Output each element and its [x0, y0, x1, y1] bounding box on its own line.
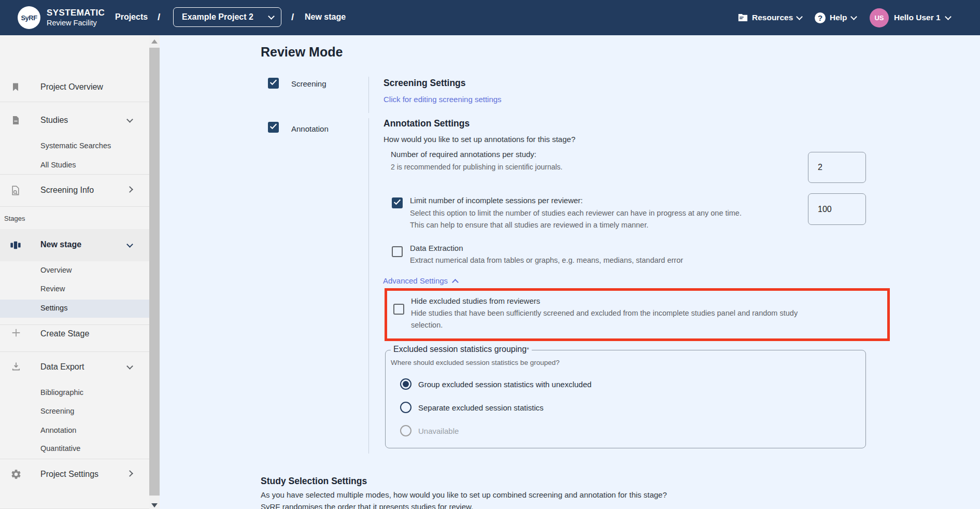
radio-group-with-unexcluded[interactable]	[400, 378, 411, 390]
chevron-down-icon	[945, 13, 951, 20]
divider	[0, 206, 149, 207]
main-content: Review Mode Screening Annotation Screeni…	[160, 35, 980, 509]
screening-settings-section: Screening Settings Click for editing scr…	[368, 77, 731, 113]
sidebar-item-systematic-searches[interactable]: Systematic Searches	[40, 142, 111, 150]
screening-mode-label: Screening	[291, 79, 326, 88]
sidebar-item-screening-export[interactable]: Screening	[40, 407, 74, 415]
required-annotations-hint: 2 is recommended for publishing in scien…	[391, 163, 563, 171]
edit-screening-settings-link[interactable]: Click for editing screening settings	[384, 95, 731, 104]
page-title: Review Mode	[261, 45, 343, 60]
advanced-settings-label: Advanced Settings	[383, 276, 448, 285]
study-selection-line2: SyRF randomises the order that it presen…	[261, 502, 473, 509]
chevron-up-icon	[452, 279, 459, 286]
limit-sessions-desc2: This can help to ensure that all studies…	[410, 221, 648, 229]
project-selector-button[interactable]: Example Project 2	[173, 7, 281, 27]
scroll-up-arrow-icon[interactable]	[151, 39, 158, 44]
divider	[0, 459, 149, 459]
divider	[0, 324, 149, 325]
hide-excluded-desc1: Hide studies that have been sufficiently…	[411, 309, 798, 317]
resources-label: Resources	[752, 13, 793, 22]
chevron-right-icon[interactable]	[126, 470, 133, 477]
radio-group-with-unexcluded-label[interactable]: Group excluded session statistics with u…	[418, 380, 591, 389]
data-extraction-checkbox[interactable]	[392, 246, 403, 257]
hide-excluded-label: Hide excluded studies from reviewers	[411, 296, 540, 305]
sidebar-item-settings-selected[interactable]	[0, 300, 149, 318]
sidebar-item-annotation-export[interactable]: Annotation	[40, 426, 76, 434]
excluded-grouping-legend: Excluded session statistics grouping*	[391, 345, 532, 354]
chevron-down-icon	[796, 13, 803, 20]
project-selector-label: Example Project 2	[182, 12, 253, 22]
help-label: Help	[830, 13, 847, 22]
help-icon: ?	[815, 12, 826, 23]
screening-settings-heading: Screening Settings	[384, 78, 731, 89]
syrf-logo-icon[interactable]: SyRF	[18, 6, 40, 29]
legend-text: Excluded session statistics grouping	[393, 345, 527, 354]
limit-sessions-checkbox[interactable]	[392, 197, 403, 208]
gear-icon	[10, 469, 22, 482]
data-extraction-label: Data Extraction	[410, 244, 463, 252]
radio-separate-statistics-label[interactable]: Separate excluded session statistics	[418, 403, 544, 412]
hide-excluded-checkbox[interactable]	[393, 304, 404, 315]
screening-mode-checkbox[interactable]	[268, 78, 279, 89]
limit-sessions-desc1: Select this option to limit the number o…	[410, 209, 742, 217]
sidebar-item-new-stage-label[interactable]: New stage	[40, 240, 81, 249]
resources-menu[interactable]: Resources	[738, 0, 802, 35]
chevron-right-icon[interactable]	[126, 186, 133, 193]
sidebar-item-quantitative[interactable]: Quantitative	[40, 444, 80, 453]
chevron-down-icon	[850, 13, 857, 20]
limit-sessions-input[interactable]	[808, 193, 866, 225]
sidebar-item-settings-label[interactable]: Settings	[40, 304, 67, 312]
sidebar-item-all-studies[interactable]: All Studies	[40, 161, 76, 169]
divider	[0, 102, 149, 102]
radio-unavailable-label: Unavailable	[418, 427, 459, 435]
help-menu[interactable]: ? Help	[815, 0, 856, 35]
sidebar-item-overview[interactable]: Overview	[40, 266, 72, 274]
sidebar-item-data-export[interactable]: Data Export	[40, 362, 84, 372]
advanced-settings-toggle[interactable]: Advanced Settings	[383, 276, 458, 285]
sidebar-section-stages: Stages	[4, 215, 25, 222]
study-selection-heading: Study Selection Settings	[261, 476, 367, 487]
bookmark-icon	[10, 82, 21, 94]
breadcrumb-separator: /	[158, 11, 160, 23]
excluded-grouping-fieldset: Excluded session statistics grouping* Wh…	[385, 350, 866, 448]
sidebar-scrollbar[interactable]	[149, 35, 160, 509]
sidebar-item-bibliographic[interactable]: Bibliographic	[40, 388, 83, 397]
data-extraction-desc: Extract numerical data from tables or gr…	[410, 256, 683, 264]
divider	[0, 174, 149, 175]
check-icon	[269, 123, 277, 130]
study-selection-line1: As you have selected multiple modes, how…	[261, 490, 667, 499]
chevron-down-icon[interactable]	[126, 116, 133, 123]
scroll-down-arrow-icon[interactable]	[151, 503, 158, 507]
top-navbar: SyRF SYSTEMATIC Review Facility Projects…	[0, 0, 980, 35]
check-icon	[269, 79, 277, 86]
annotation-mode-checkbox[interactable]	[268, 122, 279, 133]
sidebar-item-project-settings[interactable]: Project Settings	[40, 470, 98, 479]
annotation-mode-label: Annotation	[291, 124, 329, 133]
folder-icon	[738, 13, 748, 22]
radio-unavailable	[400, 425, 411, 436]
sidebar-item-review[interactable]: Review	[40, 285, 65, 293]
sidebar-item-create-stage[interactable]: Create Stage	[40, 329, 89, 338]
annotation-settings-heading: Annotation Settings	[384, 118, 980, 129]
user-greeting: Hello User 1	[894, 13, 941, 22]
hide-excluded-desc2: selection.	[411, 321, 443, 329]
user-menu[interactable]: US Hello User 1	[870, 0, 950, 35]
limit-sessions-label: Limit number of incomplete sessions per …	[410, 196, 583, 205]
document-icon	[11, 115, 21, 128]
scrollbar-thumb[interactable]	[149, 48, 160, 496]
hide-excluded-highlight-box: Hide excluded studies from reviewers Hid…	[385, 288, 890, 341]
app-window: SyRF SYSTEMATIC Review Facility Projects…	[0, 0, 980, 509]
sidebar-item-studies[interactable]: Studies	[40, 116, 68, 125]
sidebar-item-screening-info[interactable]: Screening Info	[40, 186, 94, 195]
sidebar-item-project-overview[interactable]: Project Overview	[40, 82, 103, 92]
required-marker: *	[527, 346, 529, 354]
avatar: US	[870, 8, 889, 27]
chevron-down-icon	[268, 13, 275, 20]
breadcrumb-projects-link[interactable]: Projects	[115, 12, 148, 22]
logo-title: SYSTEMATIC	[47, 8, 105, 18]
stage-carousel-icon	[10, 239, 21, 253]
chevron-down-icon[interactable]	[126, 363, 133, 370]
annotation-settings-intro: How would you like to set up annotations…	[384, 135, 980, 144]
required-annotations-input[interactable]	[808, 152, 866, 183]
radio-separate-statistics[interactable]	[400, 402, 411, 413]
